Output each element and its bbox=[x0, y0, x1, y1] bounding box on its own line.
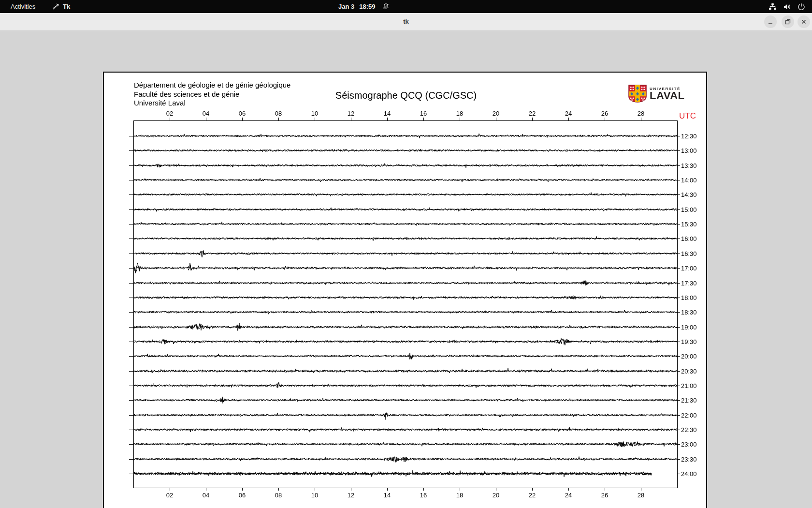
x-tick-label-bottom: 26 bbox=[601, 492, 608, 499]
laval-shield-icon bbox=[628, 85, 647, 103]
seismograph-canvas: Département de géologie et de génie géol… bbox=[103, 72, 707, 508]
x-tick-label-bottom: 02 bbox=[166, 492, 173, 499]
utc-time-label: 17:00 bbox=[681, 265, 697, 272]
restore-icon bbox=[785, 19, 791, 25]
gnome-top-bar: Activities Tk Jan 3 18:59 bbox=[0, 0, 812, 13]
utc-time-label: 24:00 bbox=[681, 470, 697, 478]
utc-time-label: 23:00 bbox=[681, 441, 697, 448]
close-button[interactable] bbox=[798, 15, 810, 28]
utc-time-label: 23:30 bbox=[681, 456, 697, 463]
activities-label: Activities bbox=[11, 3, 35, 10]
utc-time-label: 20:00 bbox=[681, 353, 697, 360]
x-tick-label-bottom: 18 bbox=[456, 492, 463, 499]
x-tick-label-bottom: 28 bbox=[638, 492, 644, 499]
utc-time-label: 21:30 bbox=[681, 397, 697, 404]
x-tick-label-bottom: 24 bbox=[565, 492, 572, 499]
minimize-icon bbox=[768, 19, 773, 25]
utc-time-label: 13:00 bbox=[681, 147, 697, 154]
x-tick-label-bottom: 20 bbox=[493, 492, 499, 499]
x-tick-label-top: 20 bbox=[493, 110, 499, 117]
x-tick-label-bottom: 04 bbox=[203, 492, 209, 499]
x-tick-label-top: 02 bbox=[166, 110, 173, 117]
utc-time-label: 20:30 bbox=[681, 368, 697, 375]
x-tick-label-top: 06 bbox=[239, 110, 246, 117]
x-tick-label-bottom: 22 bbox=[529, 492, 536, 499]
utc-time-label: 15:30 bbox=[681, 221, 697, 228]
utc-time-label: 17:30 bbox=[681, 280, 697, 287]
utc-time-label: 12:30 bbox=[681, 133, 697, 140]
department-header: Département de géologie et de génie géol… bbox=[134, 81, 290, 108]
x-tick-label-bottom: 10 bbox=[311, 492, 318, 499]
utc-time-label: 18:30 bbox=[681, 309, 697, 316]
tk-item-label: Tk bbox=[63, 3, 70, 10]
utc-label: UTC bbox=[679, 111, 696, 121]
header-line-2: Faculté des sciences et de génie bbox=[134, 90, 290, 99]
clock-time: 18:59 bbox=[359, 3, 375, 10]
chart-title: Séismographe QCQ (CGC/GSC) bbox=[307, 90, 505, 101]
x-tick-label-top: 16 bbox=[420, 110, 427, 117]
x-tick-label-bottom: 12 bbox=[348, 492, 354, 499]
utc-time-label: 18:00 bbox=[681, 294, 697, 301]
utc-time-label: 22:00 bbox=[681, 412, 697, 419]
utc-time-label: 14:00 bbox=[681, 177, 697, 184]
minimize-button[interactable] bbox=[764, 15, 777, 28]
window-title: tk bbox=[0, 13, 812, 30]
utc-time-label: 13:30 bbox=[681, 162, 697, 169]
x-tick-label-bottom: 08 bbox=[275, 492, 282, 499]
x-tick-label-top: 10 bbox=[311, 110, 318, 117]
utc-time-label: 16:00 bbox=[681, 235, 697, 242]
utc-time-label: 19:30 bbox=[681, 338, 697, 345]
x-tick-label-top: 26 bbox=[601, 110, 608, 117]
clock-button[interactable]: Jan 3 18:59 bbox=[338, 0, 390, 13]
utc-time-label: 21:00 bbox=[681, 382, 697, 389]
x-tick-label-top: 04 bbox=[203, 110, 209, 117]
x-tick-label-bottom: 16 bbox=[420, 492, 427, 499]
activities-button[interactable]: Activities bbox=[8, 0, 38, 13]
x-tick-label-top: 14 bbox=[384, 110, 391, 117]
x-tick-label-top: 18 bbox=[456, 110, 463, 117]
utc-time-label: 14:30 bbox=[681, 191, 697, 198]
x-tick-label-top: 08 bbox=[275, 110, 282, 117]
x-tick-label-top: 12 bbox=[348, 110, 354, 117]
window-titlebar: tk bbox=[0, 13, 812, 31]
x-tick-label-bottom: 06 bbox=[239, 492, 246, 499]
x-tick-label-top: 22 bbox=[529, 110, 536, 117]
power-icon bbox=[798, 3, 805, 11]
helicorder-plot bbox=[104, 73, 706, 508]
clock-date: Jan 3 bbox=[338, 3, 354, 10]
utc-time-label: 16:30 bbox=[681, 250, 697, 257]
x-tick-label-top: 28 bbox=[638, 110, 644, 117]
utc-time-label: 15:00 bbox=[681, 206, 697, 213]
tk-icon bbox=[52, 3, 59, 10]
maximize-button[interactable] bbox=[782, 15, 794, 28]
utc-time-label: 22:30 bbox=[681, 426, 697, 433]
notifications-disabled-icon bbox=[382, 3, 390, 10]
utc-time-label: 19:00 bbox=[681, 324, 697, 331]
header-line-3: Université Laval bbox=[134, 99, 290, 108]
x-tick-label-bottom: 14 bbox=[384, 492, 391, 499]
volume-icon bbox=[783, 3, 791, 11]
close-icon bbox=[801, 19, 807, 25]
x-tick-label-top: 24 bbox=[565, 110, 572, 117]
app-content: Département de géologie et de génie géol… bbox=[0, 31, 812, 508]
laval-logo: UNIVERSITÉ LAVAL bbox=[628, 85, 685, 103]
system-status-area[interactable] bbox=[768, 0, 805, 13]
tk-taskbar-item[interactable]: Tk bbox=[50, 0, 72, 13]
header-line-1: Département de géologie et de génie géol… bbox=[134, 81, 290, 90]
logo-laval-text: LAVAL bbox=[650, 91, 685, 101]
network-wired-icon bbox=[768, 3, 777, 11]
